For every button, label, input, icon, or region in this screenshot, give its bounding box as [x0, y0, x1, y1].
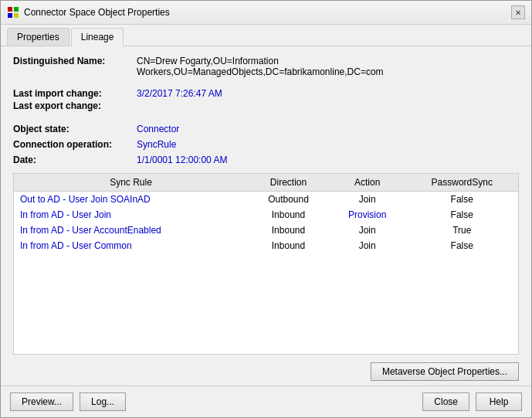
main-window: Connector Space Object Properties ✕ Prop…: [0, 0, 532, 418]
table-row: In from AD - User CommonInboundJoinFalse: [14, 238, 518, 253]
date-label: Date:: [13, 155, 137, 165]
action-cell: Join: [329, 223, 406, 238]
table-row: Out to AD - User Join SOAInADOutboundJoi…: [14, 192, 518, 208]
tab-properties[interactable]: Properties: [7, 28, 69, 46]
direction-cell: Inbound: [248, 223, 329, 238]
col-action: Action: [329, 174, 406, 192]
title-bar: Connector Space Object Properties ✕: [1, 1, 531, 25]
sync-rule-cell[interactable]: In from AD - User Join: [14, 207, 248, 223]
distinguished-name-row: Distinguished Name: CN=Drew Fogarty,OU=I…: [13, 56, 519, 77]
metaverse-object-properties-button[interactable]: Metaverse Object Properties...: [371, 362, 519, 381]
app-icon-svg: [7, 6, 19, 19]
action-cell: Join: [329, 192, 406, 208]
svg-rect-0: [8, 7, 12, 12]
tab-lineage[interactable]: Lineage: [71, 28, 124, 46]
direction-cell: Inbound: [248, 238, 329, 253]
metaverse-btn-container: Metaverse Object Properties...: [13, 362, 519, 386]
title-bar-left: Connector Space Object Properties: [7, 6, 170, 19]
password-sync-cell: True: [406, 223, 518, 238]
help-button[interactable]: Help: [476, 393, 522, 411]
connection-operation-value: SyncRule: [137, 139, 176, 150]
col-sync-rule: Sync Rule: [14, 174, 248, 192]
footer-left: Preview... Log...: [10, 393, 126, 411]
col-direction: Direction: [248, 174, 329, 192]
connection-operation-row: Connection operation: SyncRule: [13, 139, 519, 150]
import-export-section: Last import change: 3/2/2017 7:26:47 AM …: [13, 88, 519, 113]
svg-rect-2: [8, 13, 12, 18]
password-sync-cell: False: [406, 192, 518, 208]
last-export-label: Last export change:: [13, 100, 137, 111]
object-state-value: Connector: [137, 124, 179, 134]
window-title: Connector Space Object Properties: [24, 7, 170, 18]
sync-rule-cell[interactable]: In from AD - User AccountEnabled: [14, 223, 248, 238]
table-row: In from AD - User JoinInboundProvisionFa…: [14, 207, 518, 223]
password-sync-cell: False: [406, 238, 518, 253]
distinguished-name-label: Distinguished Name:: [13, 56, 137, 66]
preview-button[interactable]: Preview...: [10, 393, 73, 411]
sync-rule-cell[interactable]: In from AD - User Common: [14, 238, 248, 253]
action-cell: Provision: [329, 207, 406, 223]
date-value: 1/1/0001 12:00:00 AM: [137, 155, 227, 165]
direction-cell: Inbound: [248, 207, 329, 223]
content-area: Distinguished Name: CN=Drew Fogarty,OU=I…: [1, 46, 531, 386]
table-empty-space: [14, 253, 518, 354]
object-state-label: Object state:: [13, 124, 137, 134]
sync-rule-table: Sync Rule Direction Action PasswordSync …: [14, 174, 518, 253]
close-button[interactable]: ✕: [511, 5, 525, 19]
log-button[interactable]: Log...: [80, 393, 126, 411]
app-icon: [7, 6, 19, 19]
action-cell: Join: [329, 238, 406, 253]
last-import-label: Last import change:: [13, 88, 137, 99]
footer-right: Close Help: [422, 393, 522, 411]
table-row: In from AD - User AccountEnabledInboundJ…: [14, 223, 518, 238]
sync-rule-cell[interactable]: Out to AD - User Join SOAInAD: [14, 192, 248, 208]
last-import-row: Last import change: 3/2/2017 7:26:47 AM: [13, 88, 519, 99]
svg-rect-1: [14, 7, 19, 12]
tab-bar: Properties Lineage: [1, 25, 531, 46]
col-password-sync: PasswordSync: [406, 174, 518, 192]
svg-rect-3: [14, 13, 19, 18]
direction-cell: Outbound: [248, 192, 329, 208]
table-header-row: Sync Rule Direction Action PasswordSync: [14, 174, 518, 192]
distinguished-name-value: CN=Drew Fogarty,OU=Information Workers,O…: [137, 56, 519, 77]
connection-operation-label: Connection operation:: [13, 139, 137, 150]
last-export-row: Last export change:: [13, 100, 519, 111]
date-row: Date: 1/1/0001 12:00:00 AM: [13, 155, 519, 165]
password-sync-cell: False: [406, 207, 518, 223]
close-dialog-button[interactable]: Close: [422, 393, 469, 411]
footer: Preview... Log... Close Help: [1, 386, 531, 417]
sync-rule-table-container: Sync Rule Direction Action PasswordSync …: [13, 173, 519, 355]
last-import-value: 3/2/2017 7:26:47 AM: [137, 88, 222, 99]
object-state-row: Object state: Connector: [13, 124, 519, 134]
